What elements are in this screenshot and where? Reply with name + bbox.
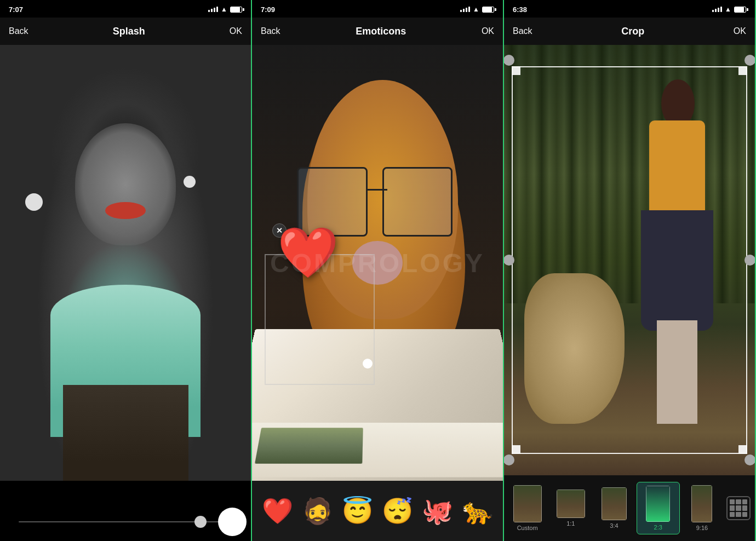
- crop-thumb-1-1: [557, 490, 585, 518]
- crop-thumb-3-4: [602, 487, 627, 520]
- nav-bar-1: Back Splash OK: [0, 18, 251, 45]
- brush-size-slider[interactable]: [19, 521, 232, 522]
- signal-icon-2: [460, 7, 470, 12]
- crop-border: [512, 66, 748, 453]
- crop-thumb-2-3: [646, 486, 670, 522]
- crop-thumb-custom: [513, 485, 542, 522]
- signal-icon-3: [712, 7, 722, 12]
- ok-button-3[interactable]: OK: [734, 26, 746, 36]
- emoji-sleeping[interactable]: 😴: [382, 496, 413, 526]
- battery-icon-2: [482, 7, 494, 13]
- status-icons-1: ▲: [208, 5, 242, 13]
- page-title-3: Crop: [621, 26, 644, 37]
- crop-label-2-3: 2:3: [654, 524, 662, 531]
- crop-label-custom: Custom: [517, 525, 538, 531]
- crop-option-1-1[interactable]: 1:1: [549, 486, 592, 530]
- emoji-halo[interactable]: 😇: [342, 496, 373, 526]
- crop-thumb-9-16: [691, 485, 712, 522]
- back-button-1[interactable]: Back: [9, 26, 28, 36]
- ok-button-2[interactable]: OK: [482, 26, 494, 36]
- ok-button-1[interactable]: OK: [230, 26, 242, 36]
- crop-label-9-16: 9:16: [696, 525, 708, 531]
- crop-option-2-3[interactable]: 2:3: [637, 482, 680, 534]
- status-bar-3: 6:38 ▲: [504, 0, 755, 18]
- crop-image-area[interactable]: [504, 45, 755, 475]
- glasses-right: [382, 167, 453, 237]
- crop-label-3-4: 3:4: [610, 522, 618, 529]
- emoji-resize-handle[interactable]: [363, 359, 373, 369]
- slider-thumb-small[interactable]: [194, 516, 207, 528]
- handle-bottom-right[interactable]: [744, 454, 755, 465]
- emoji-octopus[interactable]: 🐙: [422, 496, 453, 526]
- emoticons-panel: 7:09 ▲ Back Emoticons OK COMPROLOGY: [252, 0, 504, 541]
- nav-bar-2: Back Emoticons OK: [252, 18, 503, 45]
- battery-icon-3: [734, 7, 746, 13]
- bokeh-left: [25, 193, 43, 211]
- splash-image-area[interactable]: [0, 45, 251, 481]
- handle-mid-right[interactable]: [744, 255, 755, 266]
- page-title-2: Emoticons: [356, 26, 406, 37]
- back-button-2[interactable]: Back: [261, 26, 280, 36]
- signal-icon-1: [208, 7, 218, 12]
- back-button-3[interactable]: Back: [513, 26, 532, 36]
- emoji-person[interactable]: 🧔: [302, 496, 333, 526]
- crop-corner-tl[interactable]: [512, 66, 520, 75]
- crop-scene: [504, 45, 755, 475]
- status-bar-1: 7:07 ▲: [0, 0, 251, 18]
- slider-thumb-large[interactable]: [218, 508, 247, 536]
- wifi-icon-1: ▲: [221, 5, 227, 13]
- page-title-1: Splash: [113, 26, 145, 37]
- splash-toolbar: [0, 481, 251, 541]
- battery-icon-1: [230, 7, 242, 13]
- crop-corner-br[interactable]: [738, 445, 747, 454]
- glasses-bridge: [368, 189, 388, 202]
- crop-corner-bl[interactable]: [512, 445, 520, 454]
- lips: [105, 202, 145, 220]
- emoji-heart[interactable]: ❤️: [262, 496, 293, 526]
- handle-top-right[interactable]: [744, 55, 755, 66]
- crop-panel: 6:38 ▲ Back Crop OK: [504, 0, 756, 541]
- crop-corner-tr[interactable]: [738, 66, 747, 75]
- emoji-tray: ❤️ 🧔 😇 😴 🐙 🐆: [252, 481, 503, 541]
- status-icons-2: ▲: [460, 5, 494, 13]
- status-icons-3: ▲: [712, 5, 746, 13]
- wifi-icon-3: ▲: [725, 5, 731, 13]
- crop-option-3-4[interactable]: 3:4: [593, 484, 635, 532]
- face: [75, 123, 175, 245]
- time-2: 7:09: [261, 5, 275, 14]
- crop-tray: Custom 1:1 3:4 2:3: [504, 475, 755, 541]
- heart-emoji[interactable]: ❤️: [277, 228, 339, 277]
- magazine-inset: [255, 427, 363, 463]
- pants: [63, 385, 188, 481]
- time-1: 7:07: [9, 5, 23, 14]
- crop-option-9-16[interactable]: 9:16: [681, 482, 723, 534]
- nav-bar-3: Back Crop OK: [504, 18, 755, 45]
- status-bar-2: 7:09 ▲: [252, 0, 503, 18]
- splash-canvas: [0, 45, 251, 481]
- time-3: 6:38: [513, 5, 527, 14]
- grid-view-button[interactable]: [726, 496, 751, 520]
- dog-scene: ✕ ❤️: [252, 45, 503, 481]
- emoticons-image-area[interactable]: COMPROLOGY ✕ ❤️: [252, 45, 503, 481]
- bokeh-right: [184, 176, 196, 188]
- splash-panel: 7:07 ▲ Back Splash OK: [0, 0, 252, 541]
- wifi-icon-2: ▲: [473, 5, 479, 13]
- crop-label-1-1: 1:1: [566, 520, 575, 527]
- crop-option-custom[interactable]: Custom: [506, 482, 548, 534]
- emoji-leopard[interactable]: 🐆: [462, 496, 493, 526]
